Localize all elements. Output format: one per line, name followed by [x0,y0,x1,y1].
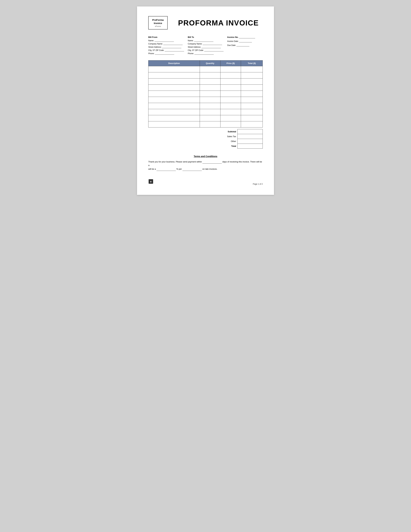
row-quantity[interactable] [200,97,220,103]
row-total[interactable] [241,85,263,91]
row-price[interactable] [220,78,241,85]
bill-to-city-value[interactable] [204,49,224,51]
row-quantity[interactable] [200,91,220,97]
row-price[interactable] [220,115,241,121]
terms-days-blank[interactable] [202,160,222,164]
terms-title: Terms and Conditions [148,155,263,158]
bill-to-address-value[interactable] [201,46,221,48]
row-quantity[interactable] [200,66,220,72]
row-total[interactable] [241,109,263,115]
page-number: Page 1 of 2 [253,183,263,185]
row-quantity[interactable] [200,103,220,109]
bill-to-name-label: Name: [188,39,193,42]
bill-to-address: Street Address: [188,46,224,48]
other-row: Other [220,139,263,144]
row-total[interactable] [241,78,263,85]
sales-tax-value[interactable] [237,134,263,139]
bill-from-company-value[interactable] [163,43,183,45]
bill-from-city: City, ST ZIP Code: [148,49,184,51]
bill-from-phone-value[interactable] [155,52,174,55]
bill-from-city-value[interactable] [165,49,184,51]
bill-to-company-label: Company Name: [188,43,202,45]
col-header-quantity: Quantity [200,60,220,66]
row-quantity[interactable] [200,115,220,121]
bill-from-address-value[interactable] [162,46,181,48]
due-date-label: Due Date: [227,44,236,47]
invoice-date-value[interactable] [239,40,252,42]
invoice-date-row: Invoice Date: [227,40,263,42]
sales-tax-row: Sales Tax [220,134,263,139]
row-total[interactable] [241,66,263,72]
totals-table: Subtotal Sales Tax Other Total [220,129,263,149]
bill-from-col: Bill From Name: Company Name: Street Add… [148,36,184,56]
row-description[interactable] [148,66,200,72]
terms-percent-blank[interactable] [156,167,176,171]
invoice-date-label: Invoice Date: [227,40,239,42]
row-total[interactable] [241,91,263,97]
total-value[interactable] [237,144,263,149]
bill-to-col: Bill To Name: Company Name: Street Addre… [188,36,224,56]
subtotal-row: Subtotal [220,129,263,134]
bill-from-phone: Phone: [148,52,184,55]
other-label: Other [220,139,237,144]
row-description[interactable] [148,78,200,85]
invoice-no-value[interactable] [239,36,255,38]
row-price[interactable] [220,97,241,103]
terms-text-will-be: will be a [148,168,156,170]
row-description[interactable] [148,97,200,103]
invoice-page: ProFormaInvoice eForms PROFORMA INVOICE … [137,6,274,195]
row-price[interactable] [220,66,241,72]
row-description[interactable] [148,115,200,121]
bill-to-address-label: Street Address: [188,46,201,48]
row-quantity[interactable] [200,121,220,127]
terms-per-blank[interactable] [182,167,202,171]
table-row [148,66,263,72]
table-row [148,91,263,97]
bill-to-company-value[interactable] [203,43,222,45]
bill-to-phone-value[interactable] [194,52,214,55]
row-description[interactable] [148,103,200,109]
row-total[interactable] [241,72,263,78]
row-price[interactable] [220,91,241,97]
row-description[interactable] [148,109,200,115]
row-quantity[interactable] [200,72,220,78]
terms-text-part3: % per [176,168,182,170]
logo-subtitle: eForms [152,25,164,27]
row-price[interactable] [220,109,241,115]
row-price[interactable] [220,103,241,109]
bill-from-name-value[interactable] [154,39,174,42]
other-value[interactable] [237,139,263,144]
row-description[interactable] [148,121,200,127]
row-description[interactable] [148,72,200,78]
due-date-value[interactable] [237,44,249,47]
bill-from-address-label: Street Address: [148,46,162,48]
terms-text: Thank you for your business. Please send… [148,160,263,171]
row-price[interactable] [220,72,241,78]
sales-tax-label: Sales Tax [220,134,237,139]
row-quantity[interactable] [200,109,220,115]
terms-text-part1: Thank you for your business. Please send… [148,161,202,163]
bill-from-company-label: Company Name: [148,43,163,45]
invoice-table: Description Quantity Price ($) Total ($) [148,60,263,127]
invoice-info-col: Invoice No. Invoice Date: Due Date: [227,36,263,56]
bill-to-phone: Phone: [188,52,224,55]
row-total[interactable] [241,103,263,109]
row-description[interactable] [148,91,200,97]
row-total[interactable] [241,121,263,127]
bill-to-name-value[interactable] [194,39,213,42]
bill-to-phone-label: Phone: [188,52,194,55]
row-total[interactable] [241,115,263,121]
row-quantity[interactable] [200,85,220,91]
row-price[interactable] [220,121,241,127]
row-description[interactable] [148,85,200,91]
bill-from-city-label: City, ST ZIP Code: [148,49,164,51]
invoice-no-row: Invoice No. [227,36,263,38]
subtotal-value[interactable] [237,129,263,134]
bill-from-company: Company Name: [148,43,184,45]
table-row [148,85,263,91]
row-price[interactable] [220,85,241,91]
row-total[interactable] [241,97,263,103]
billing-section: Bill From Name: Company Name: Street Add… [148,36,263,56]
row-quantity[interactable] [200,78,220,85]
bill-from-name-label: Name: [148,39,154,42]
